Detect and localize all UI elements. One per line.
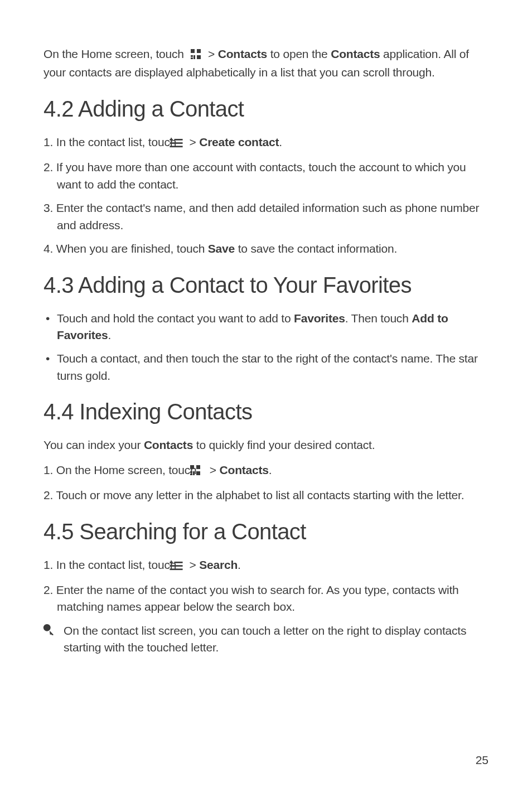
text: to save the contact information. xyxy=(235,242,397,255)
text-bold: Save xyxy=(208,242,235,255)
text: Touch and hold the contact you want to a… xyxy=(57,312,294,325)
text: . xyxy=(238,558,241,571)
step-item: If you have more than one account with c… xyxy=(43,159,489,193)
step-item: Enter the name of the contact you wish t… xyxy=(43,582,489,616)
step-item: When you are finished, touch Save to sav… xyxy=(43,240,489,257)
heading-4-4: 4.4 Indexing Contacts xyxy=(43,399,489,424)
heading-4-2: 4.2 Adding a Contact xyxy=(43,96,489,122)
text: . Then touch xyxy=(345,312,412,325)
steps-4-5: In the contact list, touch > Search. Ent… xyxy=(43,557,489,616)
text: to quickly find your desired contact. xyxy=(193,438,375,451)
text-bold: Contacts xyxy=(144,438,193,451)
text: > xyxy=(208,47,218,60)
text-bold: Contacts xyxy=(218,47,267,60)
paragraph: You can index your Contacts to quickly f… xyxy=(43,437,489,453)
tip-note: On the contact list screen, you can touc… xyxy=(42,622,489,656)
heading-4-3: 4.3 Adding a Contact to Your Favorites xyxy=(43,272,489,298)
tip-text: On the contact list screen, you can touc… xyxy=(64,622,489,656)
bullet-item: Touch a contact, and then touch the star… xyxy=(43,350,489,384)
text: > xyxy=(189,558,199,571)
text-bold: Create contact xyxy=(199,136,279,148)
text: In the contact list, touch xyxy=(56,136,180,148)
text: On the Home screen, touch xyxy=(56,463,200,476)
text-bold: Favorites xyxy=(294,312,345,325)
text: On the Home screen, touch xyxy=(43,47,187,60)
text: . xyxy=(269,463,272,476)
text-bold: Contacts xyxy=(331,47,380,60)
step-item: In the contact list, touch > Create cont… xyxy=(43,134,489,152)
steps-4-2: In the contact list, touch > Create cont… xyxy=(43,134,489,258)
step-item: In the contact list, touch > Search. xyxy=(43,557,489,575)
text: In the contact list, touch xyxy=(56,558,180,571)
step-item: On the Home screen, touch > Contacts. xyxy=(43,462,489,480)
tip-icon xyxy=(42,624,55,638)
text: > xyxy=(189,136,199,148)
text: You can index your xyxy=(43,438,144,451)
apps-icon xyxy=(190,47,201,64)
step-item: Enter the contact's name, and then add d… xyxy=(43,200,489,234)
text-bold: Search xyxy=(199,558,238,571)
text: When you are finished, touch xyxy=(56,242,208,255)
heading-4-5: 4.5 Searching for a Contact xyxy=(43,519,489,544)
text-bold: Contacts xyxy=(220,463,269,476)
steps-4-4: On the Home screen, touch > Contacts. To… xyxy=(43,462,489,504)
text: . xyxy=(279,136,282,148)
intro-paragraph: On the Home screen, touch > Contacts to … xyxy=(43,46,489,81)
bullet-item: Touch and hold the contact you want to a… xyxy=(43,310,489,344)
text: > xyxy=(210,463,220,476)
text: . xyxy=(108,329,112,341)
text: to open the xyxy=(270,47,331,60)
bullets-4-3: Touch and hold the contact you want to a… xyxy=(43,310,489,385)
step-item: Touch or move any letter in the alphabet… xyxy=(43,487,489,504)
page-number: 25 xyxy=(476,753,489,767)
